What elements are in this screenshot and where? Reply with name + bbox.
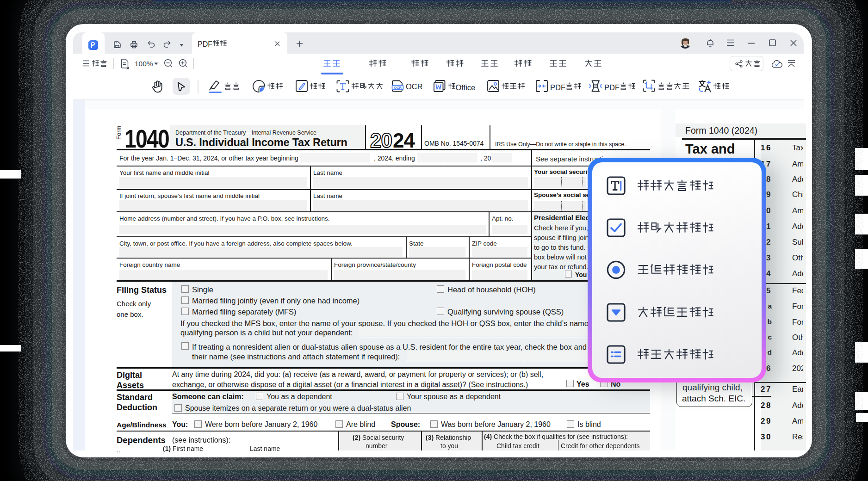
svg-text:OCR: OCR bbox=[394, 86, 402, 90]
